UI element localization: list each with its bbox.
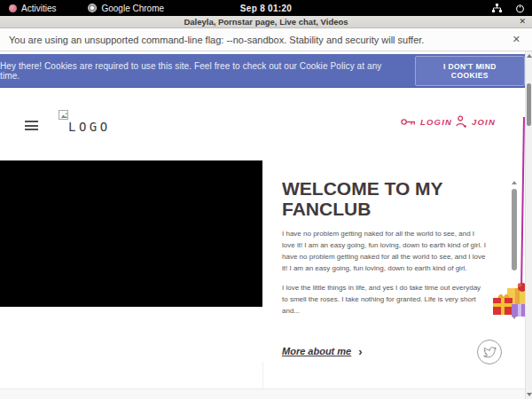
column-divider: [262, 362, 263, 388]
chrome-icon: [88, 4, 97, 12]
network-icon[interactable]: [491, 3, 503, 13]
app-menu-label: Google Chrome: [101, 4, 164, 13]
window-close-icon[interactable]: ✕: [519, 17, 526, 26]
power-icon[interactable]: [515, 4, 525, 13]
chevron-right-icon: ›: [358, 347, 362, 356]
window-titlebar[interactable]: Daleyla, Pornstar page, Live chat, Video…: [0, 16, 532, 28]
login-label: LOGIN: [420, 117, 452, 127]
site-logo[interactable]: LOGO: [57, 108, 110, 137]
window-title: Daleyla, Pornstar page, Live chat, Video…: [184, 17, 348, 27]
clock-menu[interactable]: Sep 8 01:20: [240, 0, 292, 16]
more-about-me-label: More about me: [282, 346, 351, 356]
more-about-me-link[interactable]: More about me ›: [282, 346, 363, 356]
app-menu-google-chrome[interactable]: Google Chrome: [81, 0, 171, 16]
infobar-message: You are using an unsupported command-lin…: [9, 35, 424, 45]
cookie-accept-button[interactable]: I DON'T MIND COOKIES: [415, 56, 525, 86]
gnome-top-bar: Activities Google Chrome Sep 8 01:20: [0, 0, 532, 16]
video-player[interactable]: [0, 160, 262, 307]
bio-scroll-area[interactable]: WELCOME TO MY FANCLUB I have no problem …: [282, 178, 500, 318]
menu-hamburger-icon[interactable]: [25, 121, 38, 133]
scrollbar-down-icon[interactable]: [527, 393, 532, 396]
bio-paragraph: I have no problem getting naked for all …: [282, 228, 486, 274]
cookie-consent-bar: Hey there! Cookies are required to use t…: [0, 54, 525, 88]
twitter-bird-icon: [483, 347, 497, 358]
person-add-icon: [456, 115, 467, 128]
login-button[interactable]: LOGIN: [401, 117, 452, 127]
browser-scrollbar[interactable]: [525, 51, 532, 399]
twitter-button[interactable]: [477, 340, 502, 364]
infobar-close-icon[interactable]: ✕: [512, 34, 520, 45]
activities-hot-corner-icon: [9, 4, 17, 12]
welcome-heading: WELCOME TO MY FANCLUB: [282, 178, 464, 219]
chrome-infobar: You are using an unsupported command-lin…: [0, 28, 532, 51]
activities-label: Activities: [21, 4, 56, 13]
scrollbar-up-icon[interactable]: [527, 54, 532, 58]
system-tray: [491, 0, 525, 16]
scrollbar-thumb[interactable]: [527, 83, 531, 126]
bio-paragraph: I love the little things in life, and ye…: [282, 282, 486, 317]
screen: Activities Google Chrome Sep 8 01:20 Dal…: [0, 0, 532, 399]
cookie-message: Hey there! Cookies are required to use t…: [0, 61, 403, 81]
broken-image-icon: [59, 110, 68, 120]
clock-label: Sep 8 01:20: [240, 4, 292, 13]
logo-alt-text: LOGO: [68, 120, 111, 134]
key-icon: [401, 117, 416, 127]
activities-button[interactable]: Activities: [2, 0, 63, 16]
page-bottom-strip: [0, 388, 525, 399]
